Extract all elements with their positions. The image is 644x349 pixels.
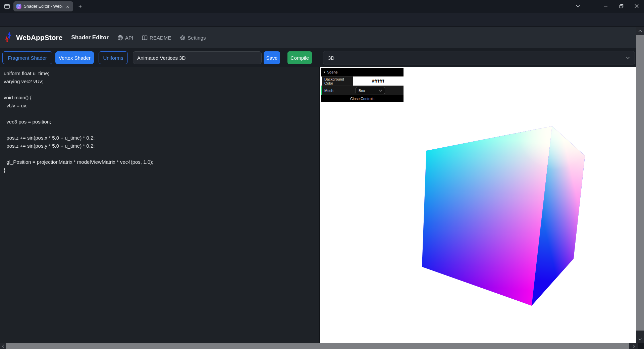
- chevron-down-icon: [379, 90, 382, 92]
- tab-favicon-icon: [16, 4, 21, 9]
- nav-link-settings[interactable]: Settings: [180, 35, 206, 41]
- chevron-left-icon: [2, 344, 4, 348]
- background-color-input[interactable]: #ffffff: [353, 77, 404, 86]
- scene-controls-panel: ▾ Scene Background Color #ffffff Mesh Bo…: [321, 68, 404, 102]
- close-controls-button[interactable]: Close Controls: [321, 95, 404, 102]
- browser-nav-bar: localhost:5000/app/shadereditor/shader?g…: [0, 13, 644, 27]
- mesh-row: Mesh Box: [321, 86, 404, 95]
- chevron-down-icon: [638, 338, 642, 341]
- fragment-shader-tab[interactable]: Fragment Shader: [2, 51, 52, 64]
- background-color-label: Background Color: [322, 77, 353, 86]
- minimize-button[interactable]: [600, 1, 611, 11]
- scroll-down-button[interactable]: [636, 336, 644, 343]
- firefox-view-button[interactable]: [3, 2, 11, 10]
- app-header: WebAppStore Shader Editor API README Set…: [0, 27, 644, 48]
- tab-list-button[interactable]: [572, 1, 584, 11]
- scene-mode-dropdown[interactable]: 3D: [323, 51, 635, 64]
- vertical-scrollbar[interactable]: [636, 27, 644, 343]
- nav-link-api-label: API: [125, 35, 133, 41]
- gear-icon: [180, 35, 185, 41]
- collapse-arrow-icon: ▾: [324, 70, 325, 74]
- horizontal-scroll-thumb[interactable]: [6, 343, 629, 349]
- scene-mode-value: 3D: [328, 55, 334, 61]
- cube-apex-highlight: [518, 96, 592, 169]
- chevron-up-icon: [638, 30, 642, 32]
- globe-icon: [117, 35, 123, 41]
- browser-tab[interactable]: Shader Editor - WebAppStore ×: [13, 1, 73, 11]
- webappstore-logo-icon: [4, 32, 13, 44]
- toolbar-left: Fragment Shader Vertex Shader Uniforms S…: [0, 48, 320, 67]
- restore-icon: [619, 4, 624, 8]
- close-window-button[interactable]: [631, 1, 642, 11]
- tab-close-button[interactable]: ×: [65, 4, 70, 9]
- nav-link-settings-label: Settings: [187, 35, 206, 41]
- scroll-left-button[interactable]: [0, 343, 6, 349]
- vertex-shader-tab[interactable]: Vertex Shader: [55, 51, 94, 64]
- firefox-view-icon: [4, 3, 10, 9]
- browser-tab-strip: Shader Editor - WebAppStore × +: [0, 0, 644, 13]
- tab-title: Shader Editor - WebAppStore: [24, 4, 62, 9]
- mesh-label: Mesh: [322, 86, 353, 95]
- shader-name-input[interactable]: [133, 51, 262, 64]
- restore-window-button[interactable]: [615, 1, 627, 11]
- chevron-down-icon: [626, 56, 630, 59]
- vertical-scroll-thumb[interactable]: [636, 35, 644, 331]
- background-color-row: Background Color #ffffff: [321, 77, 404, 86]
- chevron-right-icon: [633, 344, 635, 348]
- brand-name: WebAppStore: [16, 34, 62, 42]
- chevron-down-icon: [576, 5, 580, 7]
- render-cube: [320, 67, 644, 343]
- page-title: Shader Editor: [71, 34, 108, 41]
- uniforms-tab[interactable]: Uniforms: [99, 51, 128, 64]
- nav-link-api[interactable]: API: [117, 35, 133, 41]
- mesh-select[interactable]: Box: [356, 87, 385, 94]
- shader-code[interactable]: uniform float u_time; varying vec2 vUv; …: [0, 67, 319, 174]
- scene-folder-label: Scene: [327, 70, 338, 74]
- scrollbar-corner: [638, 343, 644, 349]
- new-tab-button[interactable]: +: [76, 2, 85, 10]
- code-editor-panel[interactable]: uniform float u_time; varying vec2 vUv; …: [0, 67, 320, 343]
- minimize-icon: [604, 4, 608, 8]
- close-icon: [635, 4, 639, 8]
- book-icon: [142, 35, 148, 40]
- shader-toolbar: Fragment Shader Vertex Shader Uniforms S…: [0, 48, 644, 67]
- nav-link-readme-label: README: [150, 35, 171, 41]
- save-button[interactable]: Save: [264, 51, 280, 64]
- scroll-right-button[interactable]: [629, 343, 638, 349]
- scroll-up-button[interactable]: [636, 27, 644, 35]
- mesh-select-value: Box: [359, 89, 365, 93]
- nav-link-readme[interactable]: README: [142, 35, 171, 41]
- horizontal-scrollbar[interactable]: [0, 343, 644, 349]
- compile-button[interactable]: Compile: [287, 51, 312, 64]
- shader-preview-canvas[interactable]: [320, 67, 644, 343]
- scene-folder-header[interactable]: ▾ Scene: [321, 68, 404, 77]
